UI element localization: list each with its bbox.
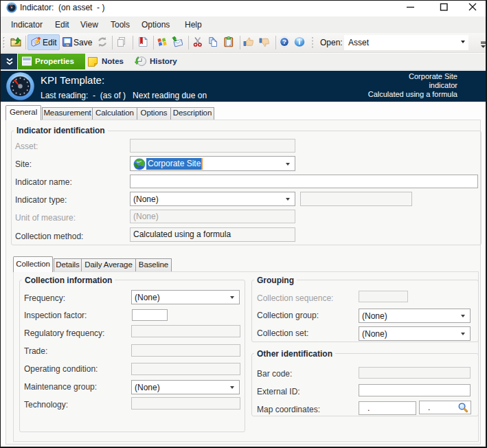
svg-text:?: ?: [282, 38, 286, 45]
